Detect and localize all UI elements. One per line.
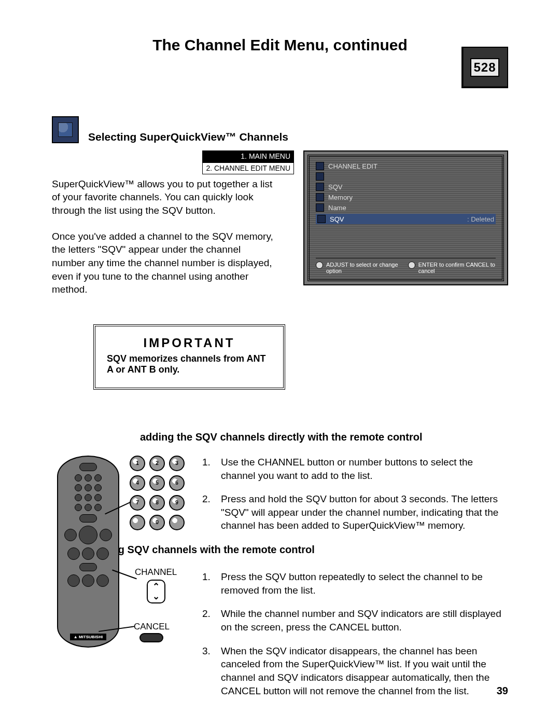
page-corner-icon: 528 [461, 47, 508, 88]
enter-icon [408, 262, 415, 269]
removing-step-3: When the SQV indicator disappears, the c… [221, 644, 508, 698]
hint-left: ADJUST to select or change option [326, 262, 399, 274]
removing-step-1: Press the SQV button repeatedly to selec… [221, 570, 508, 597]
menu-item: Name [328, 204, 346, 212]
adjust-icon [316, 262, 323, 269]
remote-cancel-button [79, 563, 97, 571]
remote-brand: ▲ MITSUBISHI [70, 634, 106, 640]
section-heading: Selecting SuperQuickView™ Channels [88, 131, 288, 143]
menu-item: CHANNEL EDIT [328, 162, 377, 170]
page-title: The Channel Edit Menu, continued [52, 36, 508, 54]
channel-button-label: CHANNEL ⌃⌄ [135, 567, 177, 603]
cancel-pill-icon [139, 633, 163, 642]
cancel-button-label: CANCEL [134, 622, 170, 642]
remote-keypad [75, 474, 102, 511]
removing-steps: 1.Press the SQV button repeatedly to sel… [202, 570, 508, 697]
intro-paragraph-1: SuperQuickView™ allows you to put togeth… [52, 177, 275, 217]
menu-item: Memory [328, 194, 353, 201]
tv-screenshot: CHANNEL EDIT SQV Memory Name SQV : Delet… [303, 150, 508, 285]
keypad-detail: 123 456 789 0 [130, 456, 185, 530]
remote-button [79, 463, 97, 471]
removing-step-2: While the channel number and SQV indicat… [221, 607, 508, 634]
breadcrumb-sub: 2. CHANNEL EDIT MENU [202, 162, 294, 174]
important-title: IMPORTANT [107, 336, 272, 350]
menu-item-selected: SQV [330, 215, 344, 223]
important-box: IMPORTANT SQV memorizes channels from AN… [93, 324, 285, 390]
breadcrumb-main: 1. MAIN MENU [202, 150, 294, 162]
section-icon [52, 116, 79, 143]
menu-item: SQV [328, 183, 342, 191]
page-number: 39 [497, 685, 508, 697]
intro-paragraph-2: Once you've added a channel to the SQV m… [52, 230, 275, 296]
breadcrumb: 1. MAIN MENU 2. CHANNEL EDIT MENU [202, 150, 294, 174]
adding-step-1: Use the CHANNEL button or number buttons… [221, 456, 508, 482]
page-corner-badge: 528 [470, 58, 499, 77]
hint-right: ENTER to confirm CANCEL to cancel [418, 262, 496, 274]
adding-step-2: Press and hold the SQV button for about … [221, 492, 508, 532]
remote-illustration: 123 456 789 0 ▲ MITSUBISHI CHANNEL ⌃⌄ [52, 456, 187, 708]
important-body: SQV memorizes channels from ANT A or ANT… [107, 353, 272, 375]
channel-rocker-icon: ⌃⌄ [147, 580, 165, 603]
adding-heading: adding the SQV channels directly with th… [140, 431, 508, 443]
menu-item-value: : Deleted [467, 215, 494, 223]
adding-steps: 1.Use the CHANNEL button or number butto… [202, 456, 508, 532]
